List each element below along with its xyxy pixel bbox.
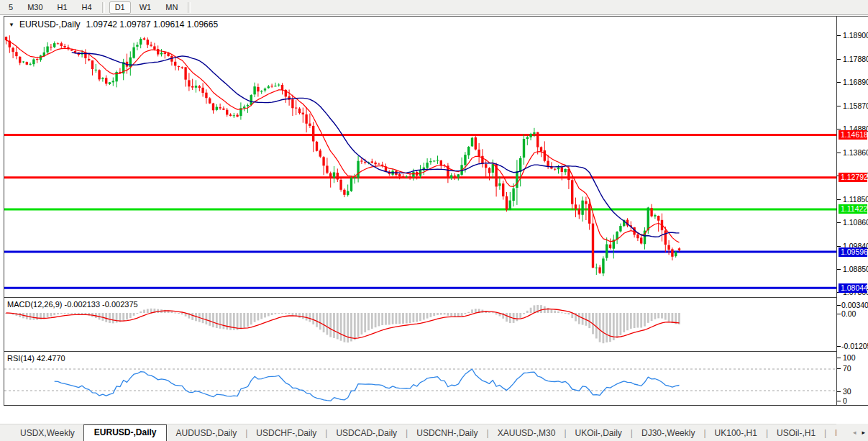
tab-scroll-right-icon[interactable]: ▸ xyxy=(862,429,865,436)
date-axis[interactable]: 11 Jul 202129 Jul 202117 Aug 20215 Sep 2… xyxy=(0,406,868,423)
rsi-axis-label: 100 xyxy=(843,353,856,362)
symbol-dropdown-icon[interactable]: ▼ xyxy=(9,22,14,28)
macd-axis-label: 0.00 xyxy=(841,309,856,318)
rsi-axis-label: 70 xyxy=(843,364,851,373)
price-tick-label: 1.10860 xyxy=(843,218,868,227)
chart-title: ▼ EURUSD-,Daily 1.09742 1.09787 1.09614 … xyxy=(9,19,218,29)
tab-bar: USDX,WeeklyEURUSD-,DailyAUDUSD-,Daily|US… xyxy=(0,424,868,441)
tab-xauusd-m30[interactable]: XAUUSD-,M30 xyxy=(489,426,565,441)
price-tick-label: 1.17880 xyxy=(843,55,868,63)
trading-app-window: 5M30H1H4D1W1MN ▼ EURUSD-,Daily 1.09742 1… xyxy=(0,0,868,441)
price-level-badge-1.09596: 1.09596 xyxy=(839,247,867,257)
price-level-badge-1.14618: 1.14618 xyxy=(839,130,867,140)
tab-scroll-left-icon[interactable]: ◂ xyxy=(853,429,856,436)
rsi-axis-label: 0 xyxy=(843,396,847,405)
macd-axis-label: 0.003408 xyxy=(841,301,868,309)
price-tick-label: 1.16890 xyxy=(843,78,868,86)
tab-scroll-controls: ◂ ▸ xyxy=(836,424,868,441)
tab-ukoil-daily[interactable]: UKOil-,Daily xyxy=(567,426,631,441)
tab-usoil-h1[interactable]: USOil-,H1 xyxy=(768,426,824,441)
symbol-label: EURUSD-,Daily xyxy=(19,19,81,29)
rsi-axis-label: 30 xyxy=(843,387,851,396)
tab-usdx-weekly[interactable]: USDX,Weekly xyxy=(12,426,83,441)
macd-label: MACD(12,26,9) -0.002133 -0.002375 xyxy=(7,300,138,309)
macd-axis-label: -0.01205 xyxy=(841,342,868,350)
tab-usdcnh-daily[interactable]: USDCNH-,Daily xyxy=(408,426,486,441)
tab-uk100-h1[interactable]: UK100-,H1 xyxy=(706,426,766,441)
chart-canvas[interactable] xyxy=(0,0,868,441)
price-level-badge-1.08044: 1.08044 xyxy=(839,283,867,293)
price-tick-label: 1.18900 xyxy=(843,31,868,40)
tab-eurusd-daily[interactable]: EURUSD-,Daily xyxy=(83,424,168,441)
price-tick-label: 1.13860 xyxy=(843,148,868,157)
tab-usdcad-daily[interactable]: USDCAD-,Daily xyxy=(327,426,406,441)
price-tick-label: 1.15870 xyxy=(843,101,868,110)
price-level-badge-1.12792: 1.12792 xyxy=(839,173,867,182)
ohlc-quote: 1.09742 1.09787 1.09614 1.09665 xyxy=(86,19,219,29)
price-tick-label: 1.08850 xyxy=(843,265,868,273)
rsi-label: RSI(14) 42.4770 xyxy=(7,354,65,363)
tab-usdchf-daily[interactable]: USDCHF-,Daily xyxy=(247,426,325,441)
tab-dj30-weekly[interactable]: DJ30-,Weekly xyxy=(633,426,703,441)
tab-audusd-daily[interactable]: AUDUSD-,Daily xyxy=(167,426,245,441)
chart-window-frame xyxy=(4,17,837,406)
price-tick-label: 1.11850 xyxy=(843,195,868,204)
price-level-badge-1.11422: 1.11422 xyxy=(839,204,867,214)
